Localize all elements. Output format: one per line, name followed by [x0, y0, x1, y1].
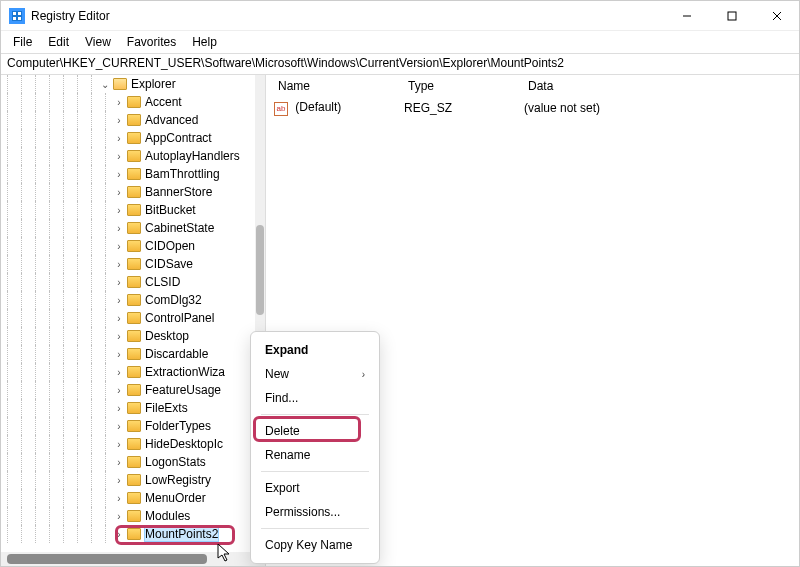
chevron-right-icon[interactable]: ›	[113, 276, 125, 288]
string-value-icon: ab	[274, 102, 288, 116]
tree-pane: ⌄ Explorer ›Accent›Advanced›AppContract›…	[1, 75, 266, 566]
menu-view[interactable]: View	[77, 33, 119, 51]
tree-node[interactable]: ›AutoplayHandlers	[1, 147, 257, 165]
tree-node[interactable]: ›LowRegistry	[1, 471, 257, 489]
menu-favorites[interactable]: Favorites	[119, 33, 184, 51]
ctx-permissions[interactable]: Permissions...	[255, 500, 375, 524]
tree-node[interactable]: ›CIDSave	[1, 255, 257, 273]
col-name[interactable]: Name	[274, 77, 404, 95]
tree-node[interactable]: ›BannerStore	[1, 183, 257, 201]
chevron-right-icon[interactable]: ›	[113, 330, 125, 342]
chevron-right-icon[interactable]: ›	[113, 240, 125, 252]
chevron-right-icon[interactable]: ›	[113, 510, 125, 522]
tree-node[interactable]: ›ExtractionWiza	[1, 363, 257, 381]
chevron-right-icon[interactable]: ›	[113, 294, 125, 306]
chevron-right-icon: ›	[362, 369, 365, 380]
tree-label: FolderTypes	[145, 419, 211, 433]
tree-node[interactable]: ›CabinetState	[1, 219, 257, 237]
tree-label: AutoplayHandlers	[145, 149, 240, 163]
ctx-copy-key-name[interactable]: Copy Key Name	[255, 533, 375, 557]
folder-icon	[127, 294, 141, 306]
tree-label: Desktop	[145, 329, 189, 343]
chevron-right-icon[interactable]: ›	[113, 186, 125, 198]
tree-node[interactable]: ›MountPoints2	[1, 525, 257, 543]
ctx-export[interactable]: Export	[255, 476, 375, 500]
menu-edit[interactable]: Edit	[40, 33, 77, 51]
chevron-right-icon[interactable]: ›	[113, 150, 125, 162]
chevron-right-icon[interactable]: ›	[113, 366, 125, 378]
scrollbar-thumb[interactable]	[256, 225, 264, 315]
tree-label: AppContract	[145, 131, 212, 145]
ctx-new[interactable]: New ›	[255, 362, 375, 386]
folder-icon	[127, 150, 141, 162]
chevron-right-icon[interactable]: ›	[113, 384, 125, 396]
chevron-right-icon[interactable]: ›	[113, 456, 125, 468]
tree-label: ComDlg32	[145, 293, 202, 307]
chevron-right-icon[interactable]: ›	[113, 438, 125, 450]
ctx-separator	[261, 471, 369, 472]
close-button[interactable]	[754, 1, 799, 31]
menubar: File Edit View Favorites Help	[1, 31, 799, 53]
tree-node[interactable]: ›FileExts	[1, 399, 257, 417]
tree-node[interactable]: ›MenuOrder	[1, 489, 257, 507]
folder-icon	[127, 402, 141, 414]
chevron-right-icon[interactable]: ›	[113, 258, 125, 270]
chevron-right-icon[interactable]: ›	[113, 492, 125, 504]
tree-node[interactable]: ›Desktop	[1, 327, 257, 345]
chevron-right-icon[interactable]: ›	[113, 402, 125, 414]
tree-node[interactable]: ›BitBucket	[1, 201, 257, 219]
tree-node[interactable]: ›ComDlg32	[1, 291, 257, 309]
folder-icon	[127, 528, 141, 540]
tree-node[interactable]: ›AppContract	[1, 129, 257, 147]
ctx-separator	[261, 414, 369, 415]
tree-node[interactable]: ›LogonStats	[1, 453, 257, 471]
tree-node[interactable]: ›Modules	[1, 507, 257, 525]
maximize-button[interactable]	[709, 1, 754, 31]
tree-label: Explorer	[131, 77, 176, 91]
tree-node[interactable]: ›Accent	[1, 93, 257, 111]
tree-node[interactable]: ›CLSID	[1, 273, 257, 291]
tree-node[interactable]: ›FolderTypes	[1, 417, 257, 435]
col-data[interactable]: Data	[524, 77, 791, 95]
chevron-right-icon[interactable]: ›	[113, 96, 125, 108]
tree-node-explorer[interactable]: ⌄ Explorer	[1, 75, 257, 93]
address-bar[interactable]: Computer\HKEY_CURRENT_USER\Software\Micr…	[1, 53, 799, 75]
ctx-delete[interactable]: Delete	[255, 419, 375, 443]
chevron-right-icon[interactable]: ›	[113, 528, 125, 540]
col-type[interactable]: Type	[404, 77, 524, 95]
list-header: Name Type Data	[274, 77, 791, 95]
tree-node[interactable]: ›ControlPanel	[1, 309, 257, 327]
ctx-expand[interactable]: Expand	[255, 338, 375, 362]
chevron-right-icon[interactable]: ›	[113, 132, 125, 144]
tree-label: MountPoints2	[145, 527, 218, 541]
chevron-right-icon[interactable]: ›	[113, 114, 125, 126]
scrollbar-thumb[interactable]	[7, 554, 207, 564]
minimize-button[interactable]	[664, 1, 709, 31]
folder-open-icon	[113, 78, 127, 90]
tree-node[interactable]: ›HideDesktopIc	[1, 435, 257, 453]
svg-rect-4	[18, 17, 21, 20]
titlebar: Registry Editor	[1, 1, 799, 31]
chevron-right-icon[interactable]: ›	[113, 420, 125, 432]
chevron-down-icon[interactable]: ⌄	[99, 78, 111, 90]
ctx-rename[interactable]: Rename	[255, 443, 375, 467]
ctx-find[interactable]: Find...	[255, 386, 375, 410]
list-row[interactable]: ab (Default) REG_SZ (value not set)	[274, 99, 791, 117]
tree-node[interactable]: ›FeatureUsage	[1, 381, 257, 399]
chevron-right-icon[interactable]: ›	[113, 222, 125, 234]
menu-help[interactable]: Help	[184, 33, 225, 51]
tree-label: Advanced	[145, 113, 198, 127]
tree-node[interactable]: ›Discardable	[1, 345, 257, 363]
tree-node[interactable]: ›Advanced	[1, 111, 257, 129]
chevron-right-icon[interactable]: ›	[113, 474, 125, 486]
tree-label: LogonStats	[145, 455, 206, 469]
menu-file[interactable]: File	[5, 33, 40, 51]
chevron-right-icon[interactable]: ›	[113, 204, 125, 216]
tree-node[interactable]: ›BamThrottling	[1, 165, 257, 183]
chevron-right-icon[interactable]: ›	[113, 312, 125, 324]
chevron-right-icon[interactable]: ›	[113, 348, 125, 360]
mouse-cursor-icon	[217, 543, 231, 563]
chevron-right-icon[interactable]: ›	[113, 168, 125, 180]
value-data: (value not set)	[524, 101, 791, 115]
tree-node[interactable]: ›CIDOpen	[1, 237, 257, 255]
